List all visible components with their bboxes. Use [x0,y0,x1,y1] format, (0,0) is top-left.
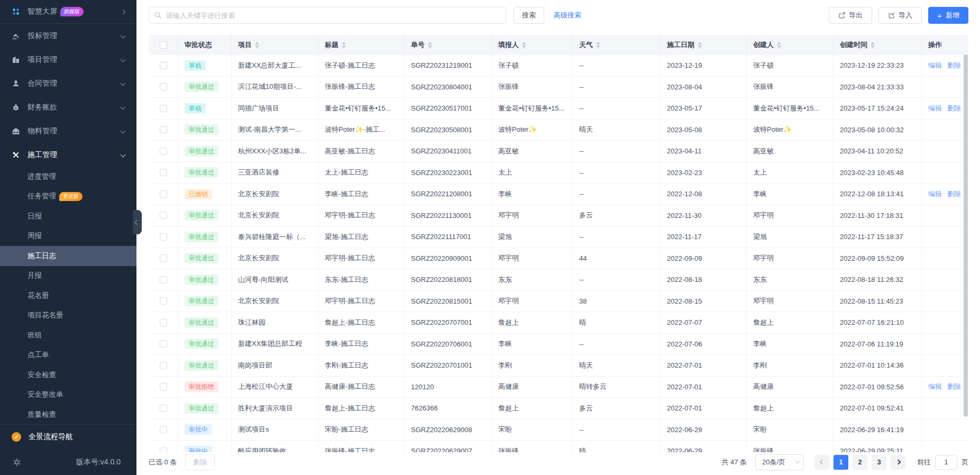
page-button-3[interactable]: 3 [872,455,886,470]
sidebar-item-bid[interactable]: 投标管理 [0,24,136,48]
table-scrollbar-thumb[interactable] [964,54,968,417]
page-button-2[interactable]: 2 [853,455,867,470]
advanced-search-link[interactable]: 高级搜索 [554,11,581,20]
next-page-button[interactable] [891,455,905,470]
row-checkbox[interactable] [160,340,167,348]
sort-icon[interactable] [698,42,702,48]
status-badge: 审批通过 [185,81,218,92]
sort-icon[interactable] [596,42,600,48]
table-row: 审批通过泰兴碧桂隆庭一标（...梁旭-施工日志SGRZ20221117001梁旭… [149,226,968,248]
cell-title: 太上-施工日志 [318,162,405,184]
row-checkbox[interactable] [160,169,167,176]
row-checkbox[interactable] [160,405,167,412]
sidebar-item-smart-screen[interactable]: 智慧大屏旗舰版 [0,0,136,23]
column-header-weather[interactable]: 天气 [573,35,661,55]
sidebar-item-contract[interactable]: 合同管理 [0,71,136,95]
sort-icon[interactable] [522,42,526,48]
sort-icon[interactable] [428,42,432,48]
add-button[interactable]: + 新增 [928,7,968,24]
sort-icon[interactable] [342,42,346,48]
cell-reporter: 李峡 [492,334,573,355]
cell-created_at: 2023-05-08 10:00:32 [834,120,922,141]
cell-ops [922,248,968,269]
search-input[interactable] [149,7,506,24]
cell-title: 东东-施工日志 [318,269,405,290]
column-header-reporter[interactable]: 填报人 [492,35,573,55]
sidebar-subitem[interactable]: 班组 [0,325,136,345]
batch-delete-button[interactable]: 删除 [185,454,215,470]
sidebar-item-construction[interactable]: 施工管理 [0,143,136,167]
row-checkbox[interactable] [160,362,167,369]
row-checkbox[interactable] [160,83,167,90]
column-header-created_at[interactable]: 创建时间 [834,35,922,55]
row-checkbox[interactable] [160,319,167,326]
cell-ops [922,141,968,162]
cell-creator: 詹超上 [747,398,834,419]
sidebar-item-project[interactable]: 项目管理 [0,48,136,71]
row-checkbox[interactable] [160,62,167,69]
column-header-label: 项目 [238,40,252,50]
cell-creator: 李峡 [747,184,834,205]
row-checkbox[interactable] [160,276,167,284]
sidebar-subitem[interactable]: 安全检查 [0,365,136,385]
row-checkbox[interactable] [160,426,167,433]
sort-icon[interactable] [777,42,781,48]
edit-link[interactable]: 编辑 [928,104,942,113]
cell-project: 新建XX集团总部工程 [232,334,318,355]
column-header-work_date[interactable]: 施工日期 [661,35,747,55]
cell-reporter: 梁旭 [492,226,573,248]
sidebar-collapse-handle[interactable] [133,210,142,234]
sidebar-item-material[interactable]: 物料管理 [0,119,136,143]
row-checkbox[interactable] [160,447,167,452]
delete-link[interactable]: 删除 [947,189,961,199]
sidebar-subitem[interactable]: 日报 [0,206,136,226]
chevron-down-icon [121,105,126,110]
sort-icon[interactable] [255,42,259,48]
column-header-doc_no[interactable]: 单号 [405,35,492,55]
sidebar-subitem[interactable]: 施工日志 [0,246,136,266]
sidebar-subitem[interactable]: 进度管理 [0,167,136,187]
page-size-select[interactable]: 20条/页 [755,454,804,470]
edit-link[interactable]: 编辑 [928,61,942,70]
row-checkbox[interactable] [160,126,167,133]
cell-creator: 张振锋 [747,77,834,98]
cell-doc_no: SGRZ20221208001 [405,184,492,205]
search-button[interactable]: 搜索 [514,7,544,24]
row-checkbox[interactable] [160,233,167,241]
row-checkbox[interactable] [160,190,167,198]
row-checkbox[interactable] [160,254,167,262]
row-checkbox[interactable] [160,148,167,155]
gear-icon[interactable] [13,458,21,467]
column-header-label: 填报人 [498,40,519,50]
row-checkbox[interactable] [160,212,167,219]
sidebar-item-finance[interactable]: ¥财务账款 [0,95,136,119]
column-header-project[interactable]: 项目 [232,35,318,55]
delete-link[interactable]: 删除 [947,104,961,113]
edit-link[interactable]: 编辑 [928,382,942,391]
sidebar-subitem[interactable]: 质量检查 [0,405,136,424]
delete-link[interactable]: 删除 [947,382,961,391]
page-button-1[interactable]: 1 [834,455,848,470]
column-header-creator[interactable]: 创建人 [747,35,834,55]
sort-icon[interactable] [871,42,875,48]
edit-link[interactable]: 编辑 [928,189,942,199]
export-button[interactable]: 导出 [829,7,872,24]
sidebar-subitem[interactable]: 花名册 [0,286,136,306]
sidebar-subitem[interactable]: 周报 [0,226,136,246]
status-badge: 审批拒绝 [185,381,218,392]
sidebar-subitem[interactable]: 项目花名册 [0,306,136,326]
select-all-checkbox[interactable] [160,41,167,49]
row-checkbox[interactable] [160,105,167,112]
row-checkbox[interactable] [160,297,167,305]
prev-page-button[interactable] [814,455,829,470]
sidebar-subitem[interactable]: 任务管理专业版 [0,187,136,207]
sidebar-subitem[interactable]: 安全整改单 [0,385,136,405]
goto-page-input[interactable] [935,455,957,470]
sidebar-subitem[interactable]: 月报 [0,266,136,286]
delete-link[interactable]: 删除 [947,61,961,70]
sidebar-subitem[interactable]: 点工单 [0,345,136,366]
column-header-title[interactable]: 标题 [318,35,405,55]
row-checkbox[interactable] [160,383,167,390]
sidebar-item-flow-navigation[interactable]: 全景流程导航 [0,425,136,449]
import-button[interactable]: 导入 [878,7,922,24]
